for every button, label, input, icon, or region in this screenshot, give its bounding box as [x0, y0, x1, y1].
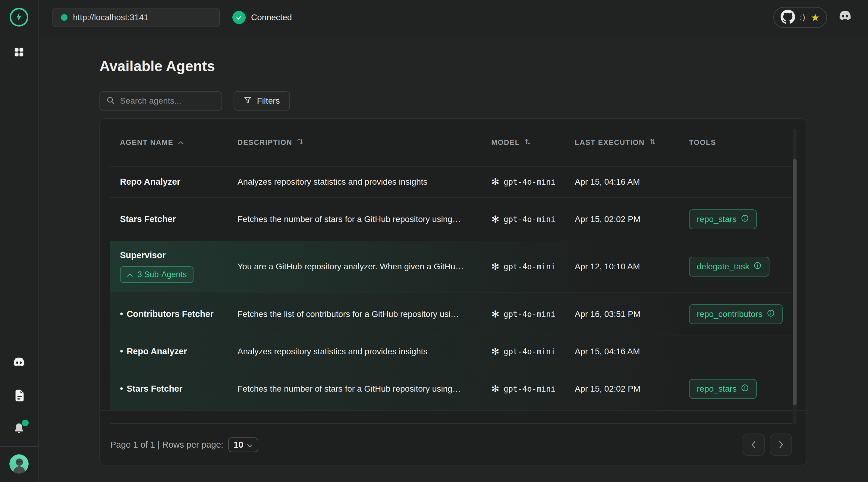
column-label: Tools [689, 138, 716, 147]
last-execution: Apr 15, 02:02 PM [575, 384, 689, 394]
agent-name: Stars Fetcher [127, 384, 182, 394]
tool-badge[interactable]: repo_stars [689, 210, 757, 229]
table-row[interactable]: Repo Analyzer Analyzes repository statis… [110, 166, 792, 197]
tools-cell: repo_stars [689, 379, 792, 399]
github-icon [781, 10, 795, 25]
github-smiley-label: :) [800, 13, 806, 22]
model-name: gpt-4o-mini [504, 178, 555, 187]
filters-label: Filters [257, 96, 280, 106]
agents-table-card: Agent Name Description Model [99, 118, 807, 465]
tool-badge[interactable]: repo_contributors [689, 304, 783, 324]
column-header-description[interactable]: Description [238, 138, 491, 147]
tool-name: delegate_task [697, 262, 749, 271]
column-header-agent-name[interactable]: Agent Name [110, 138, 238, 147]
github-star-button[interactable]: :) ★ [773, 7, 827, 28]
table-row[interactable]: • Repo Analyzer Analyzes repository stat… [110, 335, 792, 366]
search-box[interactable] [99, 91, 222, 110]
table-row[interactable]: Stars Fetcher Fetches the number of star… [110, 197, 792, 241]
toolbar: Filters [99, 91, 807, 110]
server-url-input[interactable]: http://localhost:3141 [53, 8, 220, 27]
next-page-button[interactable] [770, 433, 792, 456]
model-cell: ✻ gpt-4o-mini [491, 384, 575, 394]
tool-name: repo_stars [697, 384, 737, 394]
chevron-up-icon [127, 270, 133, 279]
filter-funnel-icon [244, 96, 252, 106]
column-label: Last Execution [575, 138, 645, 147]
user-avatar[interactable] [9, 454, 29, 474]
info-icon [741, 214, 749, 224]
column-header-tools: Tools [689, 138, 792, 147]
last-execution: Apr 15, 02:02 PM [575, 215, 689, 224]
agent-description: Analyzes repository statistics and provi… [238, 347, 491, 356]
sub-agents-toggle[interactable]: 3 Sub-Agents [120, 266, 193, 283]
tool-name: repo_contributors [697, 310, 763, 319]
openai-icon: ✻ [491, 384, 499, 394]
agent-name: Stars Fetcher [120, 214, 176, 224]
tools-cell: repo_stars [689, 210, 792, 229]
model-cell: ✻ gpt-4o-mini [491, 262, 575, 271]
filters-button[interactable]: Filters [234, 91, 290, 110]
model-name: gpt-4o-mini [504, 384, 555, 393]
notifications-bell-icon[interactable] [12, 422, 26, 436]
table-rows: Repo Analyzer Analyzes repository statis… [100, 166, 807, 411]
app-logo[interactable] [10, 8, 28, 27]
agent-description: You are a GitHub repository analyzer. Wh… [238, 262, 491, 271]
pagination-text: Page 1 of 1 | Rows per page: [110, 440, 223, 450]
status-label: Connected [251, 13, 292, 22]
tool-badge[interactable]: delegate_task [689, 257, 770, 277]
sub-agent-bullet: • [120, 309, 123, 319]
agent-name: Repo Analyzer [120, 177, 180, 187]
agent-name: Repo Analyzer [127, 347, 187, 356]
agent-description: Fetches the number of stars for a GitHub… [238, 215, 491, 224]
agent-description: Analyzes repository statistics and provi… [238, 177, 491, 187]
agent-name-cell: • Repo Analyzer [110, 347, 238, 356]
lightning-bolt-icon [14, 12, 24, 23]
table-row[interactable]: • Contributors Fetcher Fetches the list … [110, 292, 792, 335]
previous-page-button[interactable] [743, 433, 765, 456]
agent-name: Supervisor [120, 250, 166, 260]
apps-grid-icon[interactable] [13, 46, 25, 59]
sidebar-divider [0, 446, 38, 447]
rows-per-page-value: 10 [234, 440, 243, 450]
connection-status: Connected [232, 11, 292, 24]
column-label: Agent Name [120, 138, 173, 147]
sub-agent-bullet: • [120, 347, 123, 356]
chevron-down-icon [247, 440, 253, 450]
tools-cell: repo_contributors [689, 304, 792, 324]
agent-description: Fetches the number of stars for a GitHub… [238, 384, 491, 394]
pagination-info: Page 1 of 1 | Rows per page: 10 [110, 438, 258, 452]
column-header-model[interactable]: Model [491, 138, 575, 147]
info-icon [753, 261, 762, 272]
sort-both-icon [297, 138, 304, 147]
rows-per-page-select[interactable]: 10 [228, 438, 258, 452]
sub-agents-label: 3 Sub-Agents [137, 270, 187, 279]
search-input[interactable] [120, 96, 216, 106]
discord-icon[interactable] [12, 358, 26, 370]
topbar: http://localhost:3141 Connected :) ★ [38, 0, 868, 35]
page-title: Available Agents [99, 58, 807, 74]
main-content: Available Agents Filters [38, 35, 868, 482]
agent-name: Contributors Fetcher [127, 309, 213, 319]
model-cell: ✻ gpt-4o-mini [491, 215, 575, 224]
table-row[interactable]: • Stars Fetcher Fetches the number of st… [110, 366, 792, 410]
documents-icon[interactable] [12, 389, 26, 404]
server-url: http://localhost:3141 [73, 13, 149, 22]
column-label: Description [238, 138, 292, 147]
sort-both-icon [524, 138, 531, 147]
openai-icon: ✻ [491, 215, 499, 224]
scrollbar-thumb[interactable] [793, 159, 797, 405]
openai-icon: ✻ [491, 177, 499, 187]
tool-badge[interactable]: repo_stars [689, 379, 757, 399]
last-execution: Apr 15, 04:16 AM [575, 177, 689, 187]
table-header: Agent Name Description Model [110, 119, 792, 166]
agent-name-cell: Repo Analyzer [110, 177, 238, 187]
info-icon [741, 384, 749, 394]
model-cell: ✻ gpt-4o-mini [491, 177, 575, 187]
server-status-dot [61, 14, 67, 21]
column-header-last-execution[interactable]: Last Execution [575, 138, 689, 147]
agent-name-cell: • Contributors Fetcher [110, 309, 238, 319]
discord-icon[interactable] [837, 11, 853, 24]
model-name: gpt-4o-mini [504, 310, 555, 319]
table-row[interactable]: Supervisor 3 Sub-Agents You are a GitHub… [110, 241, 792, 292]
openai-icon: ✻ [491, 347, 499, 356]
